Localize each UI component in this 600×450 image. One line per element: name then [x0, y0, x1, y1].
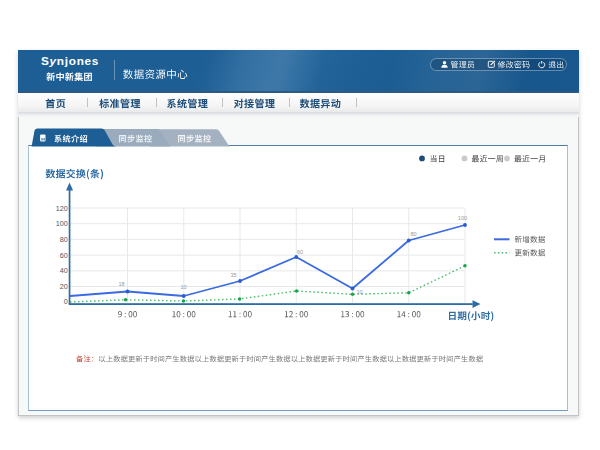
svg-text:80: 80	[410, 231, 416, 237]
svg-text:100: 100	[56, 219, 68, 228]
svg-text:10: 10	[357, 289, 363, 295]
svg-text:0: 0	[64, 297, 68, 306]
svg-text:20: 20	[60, 282, 68, 291]
svg-text:120: 120	[56, 204, 68, 213]
svg-text:80: 80	[60, 235, 68, 244]
svg-text:60: 60	[60, 251, 68, 260]
svg-text:100: 100	[458, 215, 467, 221]
svg-text:18: 18	[118, 281, 124, 287]
svg-text:60: 60	[297, 249, 303, 255]
svg-text:40: 40	[60, 266, 68, 275]
svg-text:10: 10	[180, 284, 186, 290]
svg-text:35: 35	[230, 272, 236, 278]
